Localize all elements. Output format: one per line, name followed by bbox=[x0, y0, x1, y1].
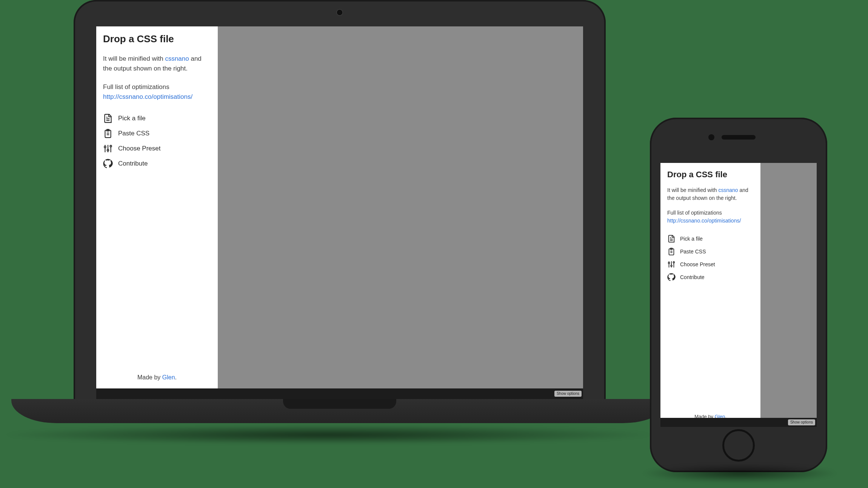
description: It will be minified with cssnano and the… bbox=[667, 186, 754, 202]
file-icon bbox=[103, 114, 113, 123]
svg-point-11 bbox=[107, 149, 109, 151]
optimisations-link[interactable]: http://cssnano.co/optimisations/ bbox=[103, 93, 192, 100]
spacer bbox=[667, 281, 754, 414]
spacer bbox=[103, 169, 211, 374]
laptop-shadow bbox=[0, 425, 657, 444]
phone-screen: Drop a CSS file It will be minified with… bbox=[660, 163, 817, 427]
contribute-button[interactable]: Contribute bbox=[103, 159, 211, 169]
laptop-camera-icon bbox=[337, 10, 342, 15]
show-options-button[interactable]: Show options bbox=[788, 419, 815, 425]
optimisations-block: Full list of optimizations http://cssnan… bbox=[103, 82, 211, 101]
svg-point-25 bbox=[673, 262, 675, 263]
app-laptop: Drop a CSS file It will be minified with… bbox=[96, 26, 583, 388]
optimisations-label: Full list of optimizations bbox=[667, 210, 722, 216]
cssnano-link[interactable]: cssnano bbox=[165, 55, 189, 62]
show-options-button[interactable]: Show options bbox=[554, 391, 582, 397]
actions-list: Pick a file Paste CSS Choose Preset bbox=[667, 235, 754, 281]
sliders-icon bbox=[103, 144, 113, 153]
svg-point-12 bbox=[110, 145, 111, 147]
footer: Made by Glen. bbox=[103, 374, 211, 382]
pick-file-button[interactable]: Pick a file bbox=[667, 235, 754, 243]
footer-suffix: . bbox=[175, 374, 177, 381]
choose-preset-label: Choose Preset bbox=[680, 261, 715, 267]
pick-file-label: Pick a file bbox=[118, 115, 146, 122]
footer-prefix: Made by bbox=[137, 374, 162, 381]
optimisations-label: Full list of optimizations bbox=[103, 83, 169, 91]
paste-css-label: Paste CSS bbox=[680, 249, 706, 255]
description-prefix: It will be minified with bbox=[103, 55, 165, 62]
phone-shadow bbox=[642, 464, 838, 483]
paste-css-label: Paste CSS bbox=[118, 130, 149, 137]
sidebar: Drop a CSS file It will be minified with… bbox=[96, 26, 218, 388]
svg-point-23 bbox=[668, 262, 670, 264]
page-title: Drop a CSS file bbox=[103, 33, 211, 45]
clipboard-icon bbox=[667, 247, 676, 256]
output-pane[interactable] bbox=[760, 163, 817, 427]
output-pane[interactable] bbox=[218, 26, 583, 388]
phone-device-frame: Drop a CSS file It will be minified with… bbox=[650, 118, 827, 472]
laptop-trackpad-notch bbox=[283, 399, 396, 409]
laptop-menubar: Show options bbox=[96, 388, 583, 399]
contribute-label: Contribute bbox=[680, 274, 705, 280]
sliders-icon bbox=[667, 260, 676, 269]
choose-preset-button[interactable]: Choose Preset bbox=[103, 144, 211, 153]
choose-preset-label: Choose Preset bbox=[118, 145, 160, 152]
sidebar: Drop a CSS file It will be minified with… bbox=[660, 163, 760, 427]
app-phone: Drop a CSS file It will be minified with… bbox=[660, 163, 817, 427]
svg-point-24 bbox=[671, 265, 672, 267]
github-icon bbox=[667, 273, 676, 281]
laptop-base bbox=[11, 399, 668, 423]
cssnano-link[interactable]: cssnano bbox=[718, 187, 738, 193]
description: It will be minified with cssnano and the… bbox=[103, 54, 211, 73]
author-link[interactable]: Glen bbox=[162, 374, 175, 381]
optimisations-block: Full list of optimizations http://cssnan… bbox=[667, 209, 754, 225]
contribute-button[interactable]: Contribute bbox=[667, 273, 754, 281]
laptop-screen: Drop a CSS file It will be minified with… bbox=[96, 26, 583, 388]
pick-file-label: Pick a file bbox=[680, 236, 703, 242]
svg-point-10 bbox=[104, 146, 106, 148]
optimisations-link[interactable]: http://cssnano.co/optimisations/ bbox=[667, 218, 741, 224]
page-title: Drop a CSS file bbox=[667, 170, 754, 180]
file-icon bbox=[667, 235, 676, 243]
contribute-label: Contribute bbox=[118, 160, 148, 167]
phone-menubar: Show options bbox=[660, 418, 817, 427]
actions-list: Pick a file Paste CSS Choose Preset bbox=[103, 114, 211, 169]
phone-home-button[interactable] bbox=[722, 429, 755, 462]
choose-preset-button[interactable]: Choose Preset bbox=[667, 260, 754, 269]
phone-speaker-icon bbox=[722, 135, 756, 140]
paste-css-button[interactable]: Paste CSS bbox=[667, 247, 754, 256]
github-icon bbox=[103, 159, 113, 169]
paste-css-button[interactable]: Paste CSS bbox=[103, 129, 211, 138]
description-prefix: It will be minified with bbox=[667, 187, 718, 193]
pick-file-button[interactable]: Pick a file bbox=[103, 114, 211, 123]
laptop-device-frame: Drop a CSS file It will be minified with… bbox=[11, 0, 668, 446]
phone-camera-icon bbox=[708, 134, 714, 140]
clipboard-icon bbox=[103, 129, 113, 138]
